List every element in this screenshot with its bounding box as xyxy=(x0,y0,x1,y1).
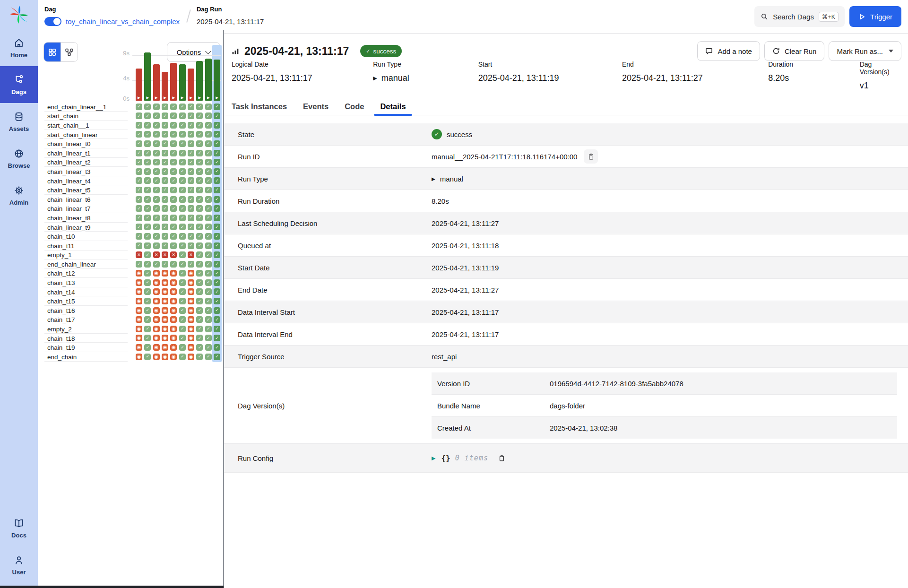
ti-success-icon[interactable]: ✓ xyxy=(179,335,186,341)
ti-upstream-failed-icon[interactable]: ◉ xyxy=(188,307,194,314)
ti-upstream-failed-icon[interactable]: ◉ xyxy=(136,344,142,351)
ti-success-icon[interactable]: ✓ xyxy=(144,168,151,175)
ti-success-icon[interactable]: ✓ xyxy=(144,270,151,277)
ti-success-icon[interactable]: ✓ xyxy=(144,307,151,314)
ti-success-icon[interactable]: ✓ xyxy=(205,288,212,295)
ti-success-icon[interactable]: ✓ xyxy=(144,104,151,110)
ti-success-icon[interactable]: ✓ xyxy=(179,326,186,332)
ti-success-icon[interactable]: ✓ xyxy=(188,159,194,165)
ti-upstream-failed-icon[interactable]: ◉ xyxy=(170,307,177,314)
ti-success-icon[interactable]: ✓ xyxy=(196,279,203,286)
ti-success-icon[interactable]: ✓ xyxy=(144,279,151,286)
ti-success-icon[interactable]: ✓ xyxy=(196,261,203,268)
task-name[interactable]: chain_t16 xyxy=(47,307,75,314)
ti-success-icon[interactable]: ✓ xyxy=(136,261,142,268)
ti-success-icon[interactable]: ✓ xyxy=(153,215,160,221)
ti-success-icon[interactable]: ✓ xyxy=(214,215,220,221)
ti-upstream-failed-icon[interactable]: ◉ xyxy=(162,326,168,332)
ti-upstream-failed-icon[interactable]: ◉ xyxy=(136,279,142,286)
ti-success-icon[interactable]: ✓ xyxy=(179,122,186,129)
duration-bar[interactable]: ▶ xyxy=(214,60,220,101)
task-name[interactable]: end_chain_linear xyxy=(47,260,96,268)
ti-success-icon[interactable]: ✓ xyxy=(144,112,151,119)
duration-bar[interactable]: ▶ xyxy=(170,63,177,101)
ti-success-icon[interactable]: ✓ xyxy=(144,177,151,184)
ti-upstream-failed-icon[interactable]: ◉ xyxy=(188,335,194,341)
ti-success-icon[interactable]: ✓ xyxy=(179,140,186,147)
ti-success-icon[interactable]: ✓ xyxy=(214,150,220,156)
ti-upstream-failed-icon[interactable]: ◉ xyxy=(136,288,142,295)
ti-success-icon[interactable]: ✓ xyxy=(188,261,194,268)
ti-success-icon[interactable]: ✓ xyxy=(205,251,212,258)
sidebar-item-home[interactable]: Home xyxy=(0,29,38,66)
ti-success-icon[interactable]: ✓ xyxy=(196,104,203,110)
ti-upstream-failed-icon[interactable]: ◉ xyxy=(136,335,142,341)
ti-success-icon[interactable]: ✓ xyxy=(196,354,203,360)
ti-upstream-failed-icon[interactable]: ◉ xyxy=(188,288,194,295)
ti-success-icon[interactable]: ✓ xyxy=(153,224,160,230)
task-name[interactable]: chain_t17 xyxy=(47,316,75,323)
ti-success-icon[interactable]: ✓ xyxy=(144,131,151,138)
ti-upstream-failed-icon[interactable]: ◉ xyxy=(188,354,194,360)
tab-details[interactable]: Details xyxy=(374,98,412,115)
ti-success-icon[interactable]: ✓ xyxy=(179,224,186,230)
horizontal-scrollbar[interactable] xyxy=(0,586,224,588)
sidebar-item-assets[interactable]: Assets xyxy=(0,103,38,140)
ti-success-icon[interactable]: ✓ xyxy=(214,316,220,323)
ti-upstream-failed-icon[interactable]: ◉ xyxy=(153,288,160,295)
duration-bar[interactable]: ▶ xyxy=(205,59,212,101)
ti-success-icon[interactable]: ✓ xyxy=(196,215,203,221)
ti-success-icon[interactable]: ✓ xyxy=(144,215,151,221)
task-name[interactable]: chain_t13 xyxy=(47,279,75,286)
task-name[interactable]: chain_t19 xyxy=(47,344,75,351)
ti-success-icon[interactable]: ✓ xyxy=(162,242,168,249)
ti-success-icon[interactable]: ✓ xyxy=(136,233,142,240)
ti-success-icon[interactable]: ✓ xyxy=(179,344,186,351)
ti-success-icon[interactable]: ✓ xyxy=(179,270,186,277)
ti-success-icon[interactable]: ✓ xyxy=(153,196,160,203)
ti-success-icon[interactable]: ✓ xyxy=(153,131,160,138)
ti-success-icon[interactable]: ✓ xyxy=(214,196,220,203)
ti-success-icon[interactable]: ✓ xyxy=(205,242,212,249)
ti-success-icon[interactable]: ✓ xyxy=(179,168,186,175)
ti-success-icon[interactable]: ✓ xyxy=(153,177,160,184)
ti-success-icon[interactable]: ✓ xyxy=(205,298,212,304)
ti-success-icon[interactable]: ✓ xyxy=(136,242,142,249)
ti-upstream-failed-icon[interactable]: ◉ xyxy=(136,307,142,314)
ti-success-icon[interactable]: ✓ xyxy=(144,326,151,332)
ti-success-icon[interactable]: ✓ xyxy=(153,104,160,110)
ti-upstream-failed-icon[interactable]: ◉ xyxy=(153,270,160,277)
ti-success-icon[interactable]: ✓ xyxy=(214,279,220,286)
ti-success-icon[interactable]: ✓ xyxy=(214,177,220,184)
ti-upstream-failed-icon[interactable]: ◉ xyxy=(188,316,194,323)
duration-bar[interactable]: ▶ xyxy=(196,61,203,101)
ti-success-icon[interactable]: ✓ xyxy=(144,298,151,304)
ti-success-icon[interactable]: ✓ xyxy=(162,177,168,184)
ti-success-icon[interactable]: ✓ xyxy=(144,354,151,360)
ti-failed-icon[interactable]: ✕ xyxy=(162,251,168,258)
ti-success-icon[interactable]: ✓ xyxy=(179,159,186,165)
ti-upstream-failed-icon[interactable]: ◉ xyxy=(162,288,168,295)
ti-success-icon[interactable]: ✓ xyxy=(170,112,177,119)
ti-success-icon[interactable]: ✓ xyxy=(170,140,177,147)
ti-success-icon[interactable]: ✓ xyxy=(170,242,177,249)
ti-success-icon[interactable]: ✓ xyxy=(196,344,203,351)
ti-success-icon[interactable]: ✓ xyxy=(179,150,186,156)
ti-success-icon[interactable]: ✓ xyxy=(205,168,212,175)
ti-success-icon[interactable]: ✓ xyxy=(136,168,142,175)
ti-success-icon[interactable]: ✓ xyxy=(153,261,160,268)
ti-success-icon[interactable]: ✓ xyxy=(205,335,212,341)
task-name[interactable]: chain_t12 xyxy=(47,270,75,277)
ti-success-icon[interactable]: ✓ xyxy=(170,168,177,175)
tab-code[interactable]: Code xyxy=(338,98,370,115)
ti-success-icon[interactable]: ✓ xyxy=(205,104,212,110)
ti-upstream-failed-icon[interactable]: ◉ xyxy=(188,279,194,286)
ti-success-icon[interactable]: ✓ xyxy=(205,307,212,314)
ti-success-icon[interactable]: ✓ xyxy=(205,205,212,212)
ti-success-icon[interactable]: ✓ xyxy=(214,131,220,138)
ti-success-icon[interactable]: ✓ xyxy=(214,168,220,175)
ti-upstream-failed-icon[interactable]: ◉ xyxy=(162,335,168,341)
ti-success-icon[interactable]: ✓ xyxy=(153,122,160,129)
ti-success-icon[interactable]: ✓ xyxy=(188,140,194,147)
ti-upstream-failed-icon[interactable]: ◉ xyxy=(153,344,160,351)
